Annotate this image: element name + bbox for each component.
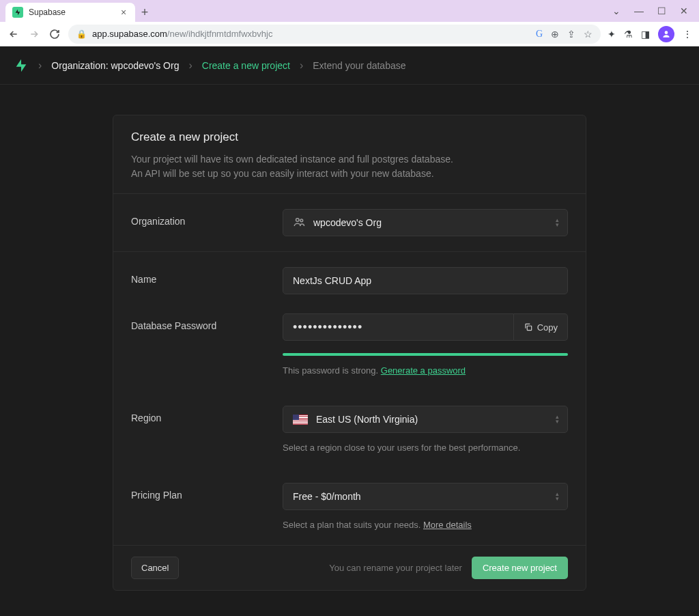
tab-strip: Supabase × + (0, 0, 154, 22)
minimize-icon[interactable]: — (634, 5, 644, 16)
label-name: Name (131, 267, 283, 285)
more-details-link[interactable]: More details (423, 520, 472, 530)
browser-titlebar: Supabase × + ⌄ — ☐ ✕ (0, 0, 699, 22)
card-header: Create a new project Your project will h… (113, 115, 586, 193)
chevron-down-icon[interactable]: ⌄ (612, 5, 620, 16)
browser-tab[interactable]: Supabase × (5, 3, 135, 22)
us-flag-icon (293, 415, 308, 425)
close-icon[interactable]: ✕ (680, 5, 688, 16)
password-hint: This password is strong. Generate a pass… (283, 365, 568, 376)
region-value: East US (North Virginia) (316, 414, 418, 425)
row-region: Region East US (North Virginia) ▴▾ Selec… (113, 391, 586, 468)
main-content: Create a new project Your project will h… (0, 85, 699, 616)
zoom-icon[interactable]: ⊕ (551, 29, 559, 40)
back-button[interactable] (7, 27, 20, 41)
chevron-right-icon: › (38, 59, 42, 72)
reload-button[interactable] (48, 27, 61, 41)
password-masked-value: •••••••••••••• (293, 320, 362, 335)
card-description: Your project will have its own dedicated… (131, 152, 568, 181)
chevron-updown-icon: ▴▾ (556, 218, 559, 227)
address-bar[interactable]: 🔒 app.supabase.com /new/ihdkjtfnmtdmfwxb… (68, 25, 601, 44)
create-project-button[interactable]: Create new project (472, 557, 568, 579)
panel-icon[interactable]: ◨ (641, 29, 650, 40)
users-icon (293, 216, 305, 230)
cancel-button[interactable]: Cancel (131, 557, 179, 579)
copy-password-button[interactable]: Copy (514, 313, 568, 341)
supabase-logo[interactable] (14, 58, 29, 73)
row-password: Database Password •••••••••••••• Copy (113, 309, 586, 391)
app-viewport: › Organization: wpcodevo's Org › Create … (0, 46, 699, 616)
region-select[interactable]: East US (North Virginia) ▴▾ (283, 406, 568, 433)
project-name-value: NextJs CRUD App (293, 275, 371, 286)
browser-toolbar: 🔒 app.supabase.com /new/ihdkjtfnmtdmfwxb… (0, 22, 699, 46)
breadcrumb-organization[interactable]: Organization: wpcodevo's Org (51, 60, 179, 71)
region-hint: Select a region close to your users for … (283, 443, 568, 453)
label-pricing-plan: Pricing Plan (131, 483, 283, 501)
row-organization: Organization wpcodevo's Org ▴▾ (113, 194, 586, 251)
breadcrumb-create-project[interactable]: Create a new project (202, 60, 290, 71)
label-password: Database Password (131, 313, 283, 331)
url-text: app.supabase.com /new/ihdkjtfnmtdmfwxbvh… (92, 29, 272, 39)
tab-title: Supabase (29, 8, 113, 17)
pricing-plan-select[interactable]: Free - $0/month ▴▾ (283, 483, 568, 510)
supabase-favicon (12, 7, 23, 18)
copy-icon (524, 322, 533, 332)
organization-value: wpcodevo's Org (313, 217, 382, 228)
card-footer: Cancel You can rename your project later… (113, 545, 586, 590)
lock-icon: 🔒 (76, 29, 87, 39)
pricing-plan-value: Free - $0/month (293, 491, 361, 502)
create-project-card: Create a new project Your project will h… (113, 115, 586, 591)
footer-hint: You can rename your project later (329, 563, 462, 573)
new-tab-button[interactable]: + (135, 3, 154, 22)
google-icon[interactable]: G (536, 29, 543, 40)
profile-avatar[interactable] (658, 26, 674, 42)
forward-button[interactable] (27, 27, 41, 41)
svg-point-0 (665, 31, 668, 34)
maximize-icon[interactable]: ☐ (657, 5, 666, 16)
label-region: Region (131, 406, 283, 423)
pricing-plan-hint: Select a plan that suits your needs. Mor… (283, 520, 568, 530)
row-pricing-plan: Pricing Plan Free - $0/month ▴▾ Select a… (113, 468, 586, 545)
share-icon[interactable]: ⇪ (567, 29, 575, 40)
label-organization: Organization (131, 209, 283, 227)
window-controls: ⌄ — ☐ ✕ (612, 5, 699, 16)
chevron-right-icon: › (300, 59, 303, 72)
chevron-right-icon: › (188, 59, 192, 72)
svg-point-1 (296, 218, 300, 221)
project-name-input[interactable]: NextJs CRUD App (283, 267, 568, 294)
organization-select[interactable]: wpcodevo's Org ▴▾ (283, 209, 568, 236)
lab-icon[interactable]: ⚗ (624, 29, 633, 40)
row-name: Name NextJs CRUD App (113, 252, 586, 309)
app-topbar: › Organization: wpcodevo's Org › Create … (0, 46, 699, 85)
chevron-updown-icon: ▴▾ (556, 492, 559, 501)
password-strength-bar (283, 353, 568, 356)
generate-password-link[interactable]: Generate a password (381, 365, 466, 376)
chevron-updown-icon: ▴▾ (556, 415, 559, 424)
tab-close-icon[interactable]: × (119, 8, 128, 17)
svg-rect-3 (527, 326, 531, 330)
breadcrumb-extend-database: Extend your database (313, 60, 405, 71)
card-title: Create a new project (131, 130, 568, 144)
database-password-input[interactable]: •••••••••••••• (283, 313, 514, 341)
menu-icon[interactable]: ⋮ (683, 29, 692, 40)
extensions-icon[interactable]: ✦ (608, 29, 616, 40)
svg-point-2 (300, 219, 303, 221)
star-icon[interactable]: ☆ (584, 29, 593, 40)
